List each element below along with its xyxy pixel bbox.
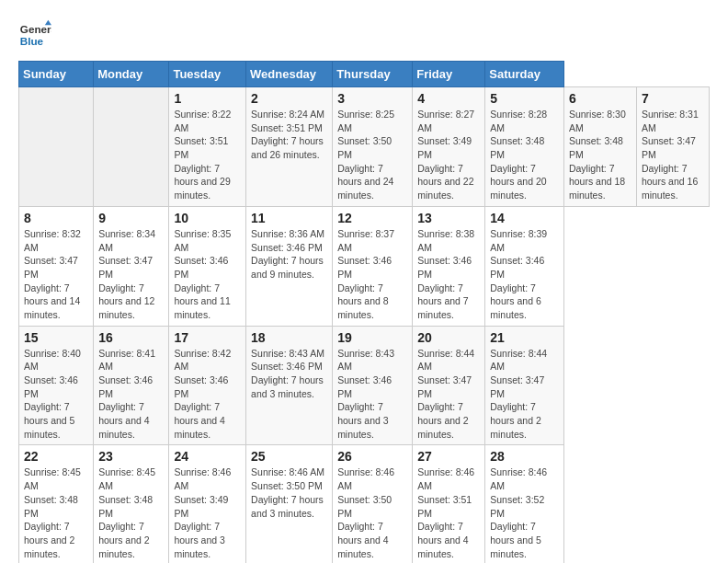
day-info: Sunrise: 8:46 AM Sunset: 3:51 PM Dayligh… — [417, 465, 480, 560]
day-number: 23 — [98, 449, 164, 464]
day-number: 26 — [337, 449, 407, 464]
day-header-wednesday: Wednesday — [246, 62, 333, 87]
day-number: 3 — [337, 91, 407, 106]
calendar-cell: 8 Sunrise: 8:32 AM Sunset: 3:47 PM Dayli… — [19, 206, 94, 326]
day-info: Sunrise: 8:45 AM Sunset: 3:48 PM Dayligh… — [98, 465, 164, 560]
day-number: 18 — [251, 330, 327, 345]
day-number: 16 — [98, 330, 164, 345]
calendar-cell: 5 Sunrise: 8:28 AM Sunset: 3:48 PM Dayli… — [485, 87, 564, 207]
calendar-cell: 14 Sunrise: 8:39 AM Sunset: 3:46 PM Dayl… — [485, 206, 564, 326]
day-number: 13 — [417, 211, 480, 225]
calendar-header-row: SundayMondayTuesdayWednesdayThursdayFrid… — [19, 62, 710, 87]
day-info: Sunrise: 8:24 AM Sunset: 3:51 PM Dayligh… — [251, 108, 327, 162]
day-number: 11 — [251, 211, 327, 225]
day-info: Sunrise: 8:43 AM Sunset: 3:46 PM Dayligh… — [251, 347, 327, 401]
calendar-cell — [19, 87, 94, 207]
calendar-cell: 21 Sunrise: 8:44 AM Sunset: 3:47 PM Dayl… — [485, 326, 564, 445]
day-number: 28 — [490, 449, 559, 464]
day-info: Sunrise: 8:27 AM Sunset: 3:49 PM Dayligh… — [417, 108, 480, 202]
calendar-cell: 1 Sunrise: 8:22 AM Sunset: 3:51 PM Dayli… — [169, 87, 246, 207]
day-info: Sunrise: 8:41 AM Sunset: 3:46 PM Dayligh… — [98, 347, 164, 442]
day-header-saturday: Saturday — [485, 62, 564, 87]
day-number: 9 — [98, 211, 164, 225]
day-info: Sunrise: 8:46 AM Sunset: 3:49 PM Dayligh… — [174, 465, 241, 560]
day-info: Sunrise: 8:42 AM Sunset: 3:46 PM Dayligh… — [174, 347, 241, 442]
page-header: General Blue — [18, 18, 710, 52]
day-info: Sunrise: 8:35 AM Sunset: 3:46 PM Dayligh… — [174, 227, 241, 322]
day-info: Sunrise: 8:22 AM Sunset: 3:51 PM Dayligh… — [174, 108, 241, 202]
day-number: 17 — [174, 330, 241, 345]
calendar-cell — [94, 87, 169, 207]
day-number: 4 — [417, 91, 480, 106]
day-number: 12 — [337, 211, 407, 225]
day-number: 20 — [417, 330, 480, 345]
svg-text:Blue: Blue — [20, 35, 44, 47]
calendar-cell: 4 Sunrise: 8:27 AM Sunset: 3:49 PM Dayli… — [413, 87, 485, 207]
calendar-cell: 11 Sunrise: 8:36 AM Sunset: 3:46 PM Dayl… — [246, 206, 333, 326]
day-info: Sunrise: 8:43 AM Sunset: 3:46 PM Dayligh… — [337, 347, 407, 442]
day-info: Sunrise: 8:31 AM Sunset: 3:47 PM Dayligh… — [642, 108, 704, 202]
calendar-cell: 18 Sunrise: 8:43 AM Sunset: 3:46 PM Dayl… — [246, 326, 333, 445]
calendar-cell: 25 Sunrise: 8:46 AM Sunset: 3:50 PM Dayl… — [246, 445, 333, 563]
day-info: Sunrise: 8:40 AM Sunset: 3:46 PM Dayligh… — [24, 347, 88, 442]
calendar-cell: 13 Sunrise: 8:38 AM Sunset: 3:46 PM Dayl… — [413, 206, 485, 326]
calendar-cell: 27 Sunrise: 8:46 AM Sunset: 3:51 PM Dayl… — [413, 445, 485, 563]
day-info: Sunrise: 8:46 AM Sunset: 3:52 PM Dayligh… — [490, 465, 559, 560]
day-info: Sunrise: 8:39 AM Sunset: 3:46 PM Dayligh… — [490, 227, 559, 322]
day-header-monday: Monday — [94, 62, 169, 87]
day-number: 1 — [174, 91, 241, 106]
day-number: 22 — [24, 449, 88, 464]
calendar-cell: 19 Sunrise: 8:43 AM Sunset: 3:46 PM Dayl… — [333, 326, 413, 445]
day-info: Sunrise: 8:34 AM Sunset: 3:47 PM Dayligh… — [98, 227, 164, 322]
calendar-week-3: 15 Sunrise: 8:40 AM Sunset: 3:46 PM Dayl… — [19, 326, 710, 445]
calendar-cell: 12 Sunrise: 8:37 AM Sunset: 3:46 PM Dayl… — [333, 206, 413, 326]
day-info: Sunrise: 8:30 AM Sunset: 3:48 PM Dayligh… — [569, 108, 631, 202]
day-info: Sunrise: 8:25 AM Sunset: 3:50 PM Dayligh… — [337, 108, 407, 202]
day-info: Sunrise: 8:44 AM Sunset: 3:47 PM Dayligh… — [490, 347, 559, 442]
day-header-sunday: Sunday — [19, 62, 94, 87]
day-info: Sunrise: 8:44 AM Sunset: 3:47 PM Dayligh… — [417, 347, 480, 442]
day-number: 21 — [490, 330, 559, 345]
day-number: 27 — [417, 449, 480, 464]
day-header-tuesday: Tuesday — [169, 62, 246, 87]
calendar-week-4: 22 Sunrise: 8:45 AM Sunset: 3:48 PM Dayl… — [19, 445, 710, 563]
day-info: Sunrise: 8:45 AM Sunset: 3:48 PM Dayligh… — [24, 465, 88, 560]
calendar-cell: 26 Sunrise: 8:46 AM Sunset: 3:50 PM Dayl… — [333, 445, 413, 563]
calendar-cell: 15 Sunrise: 8:40 AM Sunset: 3:46 PM Dayl… — [19, 326, 94, 445]
day-number: 10 — [174, 211, 241, 225]
calendar-cell: 17 Sunrise: 8:42 AM Sunset: 3:46 PM Dayl… — [169, 326, 246, 445]
day-number: 15 — [24, 330, 88, 345]
day-number: 6 — [569, 91, 631, 106]
day-number: 5 — [490, 91, 559, 106]
calendar-cell: 10 Sunrise: 8:35 AM Sunset: 3:46 PM Dayl… — [169, 206, 246, 326]
day-number: 14 — [490, 211, 559, 225]
calendar-cell: 7 Sunrise: 8:31 AM Sunset: 3:47 PM Dayli… — [636, 87, 709, 207]
day-info: Sunrise: 8:37 AM Sunset: 3:46 PM Dayligh… — [337, 227, 407, 322]
day-number: 8 — [24, 211, 88, 225]
day-number: 2 — [251, 91, 327, 106]
day-number: 7 — [642, 91, 704, 106]
calendar-week-2: 8 Sunrise: 8:32 AM Sunset: 3:47 PM Dayli… — [19, 206, 710, 326]
calendar-cell: 9 Sunrise: 8:34 AM Sunset: 3:47 PM Dayli… — [94, 206, 169, 326]
calendar-table: SundayMondayTuesdayWednesdayThursdayFrid… — [18, 61, 710, 563]
day-info: Sunrise: 8:38 AM Sunset: 3:46 PM Dayligh… — [417, 227, 480, 322]
calendar-cell: 28 Sunrise: 8:46 AM Sunset: 3:52 PM Dayl… — [485, 445, 564, 563]
calendar-cell: 6 Sunrise: 8:30 AM Sunset: 3:48 PM Dayli… — [563, 87, 636, 207]
day-info: Sunrise: 8:32 AM Sunset: 3:47 PM Dayligh… — [24, 227, 88, 322]
day-info: Sunrise: 8:28 AM Sunset: 3:48 PM Dayligh… — [490, 108, 559, 202]
day-number: 19 — [337, 330, 407, 345]
logo-icon: General Blue — [18, 18, 51, 52]
calendar-cell: 22 Sunrise: 8:45 AM Sunset: 3:48 PM Dayl… — [19, 445, 94, 563]
day-number: 25 — [251, 449, 327, 464]
day-number: 24 — [174, 449, 241, 464]
logo: General Blue — [18, 18, 51, 52]
day-info: Sunrise: 8:46 AM Sunset: 3:50 PM Dayligh… — [251, 465, 327, 520]
calendar-cell: 24 Sunrise: 8:46 AM Sunset: 3:49 PM Dayl… — [169, 445, 246, 563]
calendar-cell: 20 Sunrise: 8:44 AM Sunset: 3:47 PM Dayl… — [413, 326, 485, 445]
day-header-thursday: Thursday — [333, 62, 413, 87]
calendar-cell: 16 Sunrise: 8:41 AM Sunset: 3:46 PM Dayl… — [94, 326, 169, 445]
calendar-cell: 2 Sunrise: 8:24 AM Sunset: 3:51 PM Dayli… — [246, 87, 333, 207]
calendar-week-1: 1 Sunrise: 8:22 AM Sunset: 3:51 PM Dayli… — [19, 87, 710, 207]
day-header-friday: Friday — [413, 62, 485, 87]
calendar-cell: 3 Sunrise: 8:25 AM Sunset: 3:50 PM Dayli… — [333, 87, 413, 207]
